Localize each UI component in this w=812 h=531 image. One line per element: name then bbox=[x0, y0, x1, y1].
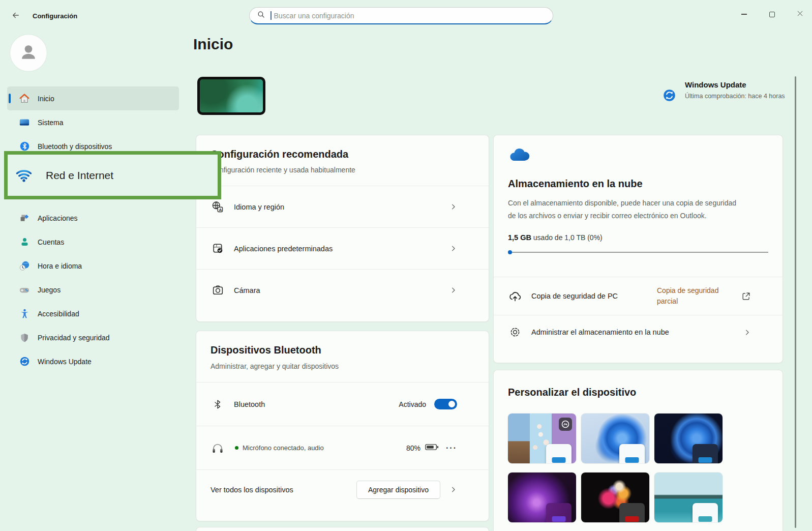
card-subtitle: Configuración reciente y usada habitualm… bbox=[210, 166, 474, 174]
bluetooth-devices-card: Dispositivos Bluetooth Administrar, agre… bbox=[196, 331, 489, 521]
update-status-subtitle: Última comprobación: hace 4 horas bbox=[685, 92, 787, 101]
toggle-state-label: Activado bbox=[399, 400, 426, 408]
storage-progress-bar bbox=[508, 250, 768, 254]
usage-rest: usado de 1,0 TB (0%) bbox=[533, 233, 603, 242]
card-title: Configuración recomendada bbox=[210, 149, 474, 160]
search-box[interactable] bbox=[249, 7, 553, 24]
theme-thumbnail-bloom-light[interactable] bbox=[581, 414, 649, 463]
sidebar-item-accesibilidad[interactable]: Accesibilidad bbox=[7, 302, 179, 326]
recommended-settings-card: Configuración recomendada Configuración … bbox=[196, 135, 489, 322]
time-language-icon bbox=[18, 260, 31, 272]
privacy-shield-icon bbox=[18, 332, 31, 344]
maximize-button[interactable] bbox=[764, 7, 779, 21]
minimize-icon bbox=[741, 14, 747, 15]
cloud-storage-card: Almacenamiento en la nube Con el almacen… bbox=[493, 135, 783, 363]
more-options-button[interactable]: ··· bbox=[446, 444, 457, 453]
bluetooth-icon bbox=[18, 140, 31, 153]
sidebar-item-windows-update[interactable]: Windows Update bbox=[7, 349, 179, 373]
sidebar-item-label: Juegos bbox=[38, 286, 61, 294]
desktop-preview-mock bbox=[693, 503, 718, 522]
manage-storage-label: Administrar el almacenamiento en la nube bbox=[531, 328, 669, 336]
desktop-preview-mock bbox=[546, 444, 572, 463]
progress-track bbox=[512, 252, 768, 253]
onedrive-cloud-icon bbox=[508, 156, 530, 164]
sidebar-item-inicio[interactable]: Inicio bbox=[7, 86, 179, 110]
theme-thumbnail-dark-floral[interactable] bbox=[581, 473, 649, 522]
minimize-button[interactable] bbox=[736, 7, 751, 21]
sidebar-item-label: Accesibilidad bbox=[38, 310, 79, 318]
close-icon bbox=[797, 10, 803, 19]
sidebar-item-label: Inicio bbox=[38, 95, 54, 103]
vertical-scrollbar[interactable] bbox=[795, 76, 796, 528]
progress-fill bbox=[508, 250, 512, 254]
system-icon bbox=[18, 116, 31, 129]
next-card-partial bbox=[196, 527, 489, 531]
bluetooth-toggle[interactable] bbox=[434, 399, 457, 409]
theme-thumbnail-spotlight[interactable] bbox=[508, 414, 576, 463]
sidebar-item-label: Privacidad y seguridad bbox=[38, 334, 110, 342]
selected-indicator bbox=[9, 94, 11, 103]
sidebar-item-label: Hora e idioma bbox=[38, 262, 82, 270]
windows-update-icon bbox=[663, 88, 676, 104]
spotlight-icon bbox=[559, 418, 572, 433]
theme-thumbnail-purple-glow[interactable] bbox=[508, 473, 576, 522]
device-preview-image bbox=[197, 77, 265, 115]
card-subtitle: Administrar, agregar y quitar dispositiv… bbox=[210, 362, 474, 370]
pc-backup-label: Copia de seguridad de PC bbox=[531, 292, 618, 300]
accessibility-icon bbox=[18, 308, 31, 320]
windows-update-icon bbox=[18, 356, 31, 368]
setting-row-idioma-region[interactable]: A Idioma y región bbox=[196, 186, 489, 227]
sidebar-item-label: Bluetooth y dispositivos bbox=[38, 142, 112, 151]
sidebar-item-privacidad[interactable]: Privacidad y seguridad bbox=[7, 326, 179, 349]
connected-status-dot bbox=[235, 446, 238, 450]
sidebar-item-aplicaciones[interactable]: Aplicaciones bbox=[7, 206, 179, 230]
bluetooth-toggle-row[interactable]: Bluetooth Activado bbox=[196, 382, 489, 426]
storage-description: Con el almacenamiento disponible, puede … bbox=[508, 197, 743, 222]
person-icon bbox=[17, 41, 40, 65]
setting-row-camara[interactable]: Cámara bbox=[196, 270, 489, 311]
cloud-backup-icon bbox=[508, 289, 522, 303]
card-title: Personalizar el dispositivo bbox=[508, 387, 768, 398]
windows-update-status[interactable]: Windows Update Última comprobación: hace… bbox=[663, 80, 790, 101]
page-title: Inicio bbox=[193, 36, 233, 53]
wifi-icon bbox=[15, 167, 33, 184]
sidebar-item-label: Windows Update bbox=[38, 358, 92, 366]
update-status-title: Windows Update bbox=[685, 80, 790, 89]
svg-text:A: A bbox=[219, 207, 222, 212]
device-status-text: Micrófono conectado, audio bbox=[243, 444, 324, 452]
theme-thumbnail-teal-landscape[interactable] bbox=[654, 473, 723, 522]
back-button[interactable] bbox=[8, 9, 23, 23]
setting-row-label: Cámara bbox=[234, 286, 260, 294]
text-caret bbox=[270, 11, 272, 20]
theme-gallery bbox=[508, 414, 768, 522]
headphones-icon bbox=[210, 441, 225, 455]
view-all-devices-row[interactable]: Ver todos los dispositivos Agregar dispo… bbox=[196, 470, 489, 509]
sidebar-item-sistema[interactable]: Sistema bbox=[7, 110, 179, 134]
desktop-preview-mock bbox=[619, 503, 645, 522]
default-apps-icon bbox=[210, 242, 225, 255]
desktop-preview-mock bbox=[546, 503, 572, 522]
home-icon bbox=[18, 93, 31, 105]
accounts-icon bbox=[18, 236, 31, 248]
pc-backup-row[interactable]: Copia de seguridad de PC Copia de seguri… bbox=[494, 277, 783, 315]
maximize-icon bbox=[769, 12, 775, 17]
add-device-button[interactable]: Agregar dispositivo bbox=[356, 481, 440, 499]
settings-window: Configuración Inicio Sistema bbox=[0, 0, 812, 531]
close-button[interactable] bbox=[792, 7, 807, 21]
search-input[interactable] bbox=[273, 11, 546, 20]
manage-cloud-storage-row[interactable]: Administrar el almacenamiento en la nube bbox=[494, 315, 783, 349]
chevron-right-icon bbox=[743, 329, 751, 336]
device-row-headphones[interactable]: Micrófono conectado, audio 80% ··· bbox=[196, 426, 489, 469]
setting-row-aplicaciones-predeterminadas[interactable]: Aplicaciones predeterminadas bbox=[196, 228, 489, 269]
sidebar-item-hora-idioma[interactable]: Hora e idioma bbox=[7, 254, 179, 278]
user-avatar[interactable] bbox=[10, 35, 47, 71]
annotation-label: Red e Internet bbox=[46, 169, 113, 182]
backup-status-link[interactable]: Copia de seguridad parcial bbox=[657, 285, 734, 307]
theme-thumbnail-bloom-dark[interactable] bbox=[654, 414, 723, 463]
personalize-device-card: Personalizar el dispositivo bbox=[493, 370, 783, 531]
sidebar-item-juegos[interactable]: Juegos bbox=[7, 278, 179, 302]
sidebar-item-cuentas[interactable]: Cuentas bbox=[7, 230, 179, 254]
language-region-icon: A bbox=[210, 200, 225, 214]
chevron-right-icon bbox=[449, 286, 457, 294]
sidebar-item-label: Aplicaciones bbox=[38, 214, 78, 222]
